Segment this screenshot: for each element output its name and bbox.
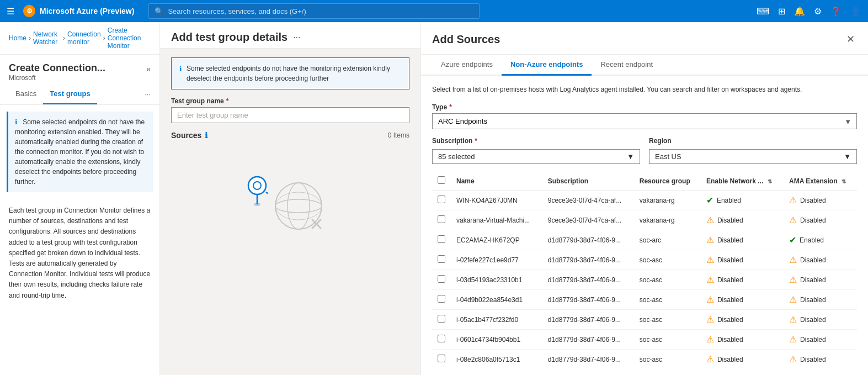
row-resource-group: soc-asc [634, 310, 701, 330]
row-checkbox-cell [432, 250, 451, 270]
enable-network-sort[interactable]: ⇅ [768, 178, 772, 184]
svg-point-9 [254, 203, 260, 206]
row-ama: ⚠ Disabled [784, 350, 857, 366]
tab-test-groups[interactable]: Test groups [43, 84, 97, 104]
row-ama: ✔ Enabled [784, 230, 857, 250]
col-ama-extension: AMA Extension ⇅ [784, 172, 857, 191]
row-resource-group: soc-asc [634, 250, 701, 270]
table-row: i-02fefe227c1ee9d77 d1d8779d-38d7-4f06-9… [432, 250, 857, 270]
table-row: i-05ac1b477cf232fd0 d1d8779d-38d7-4f06-9… [432, 310, 857, 330]
panel-title: Add Sources [432, 33, 500, 46]
row-checkbox-cell [432, 191, 451, 210]
ama-extension-sort[interactable]: ⇅ [842, 178, 846, 184]
select-all-header [432, 172, 451, 191]
enable-check-icon: ✔ [706, 195, 713, 205]
cloud-shell-icon[interactable]: ⌨ [757, 6, 769, 17]
sources-info-icon[interactable]: ℹ [205, 131, 207, 140]
row-checkbox[interactable] [438, 315, 445, 323]
collapse-icon[interactable]: « [146, 65, 151, 73]
enable-warn-icon: ⚠ [706, 314, 714, 325]
add-sources-panel: Add Sources ✕ Azure endpoints Non-Azure … [421, 22, 868, 375]
center-more-icon[interactable]: ··· [293, 33, 300, 43]
table-head: Name Subscription Resource group Enable … [432, 172, 857, 191]
row-checkbox[interactable] [438, 335, 445, 342]
app-body: Home › Network Watcher › Connection moni… [0, 22, 868, 375]
row-ama: ⚠ Disabled [784, 210, 857, 230]
more-options-icon[interactable]: ··· [145, 84, 151, 104]
center-alert: ℹ Some selected endpoints do not have th… [171, 57, 409, 89]
col-name: Name [451, 172, 542, 191]
subscription-value: 85 selected [438, 152, 475, 161]
row-resource-group: vakarana-rg [634, 191, 701, 210]
subscription-select[interactable]: 85 selected ▼ [432, 149, 640, 164]
search-bar[interactable]: 🔍 Search resources, services, and docs (… [148, 3, 480, 19]
topbar-icons: ⌨ ⊞ 🔔 ⚙ ❓ 👤 [757, 6, 861, 17]
sidebar-info-box: ℹ Some selected endpoints do not have th… [7, 112, 153, 192]
row-checkbox[interactable] [438, 355, 445, 362]
panel-header: Add Sources ✕ [421, 22, 868, 55]
row-resource-group: soc-asc [634, 330, 701, 350]
row-checkbox[interactable] [438, 235, 445, 243]
breadcrumb-create[interactable]: Create Connection Monitor [108, 27, 151, 50]
endpoints-table: Name Subscription Resource group Enable … [432, 172, 857, 365]
table-row: EC2AMAZ-HK672QP d1d8779d-38d7-4f06-9... … [432, 230, 857, 250]
svg-point-3 [275, 192, 322, 220]
menu-icon[interactable]: ☰ [7, 6, 14, 17]
search-placeholder: Search resources, services, and docs (G+… [168, 7, 306, 15]
tab-recent-endpoint[interactable]: Recent endpoint [592, 55, 662, 76]
row-checkbox-cell [432, 270, 451, 290]
breadcrumb-connection-monitor[interactable]: Connection monitor [67, 30, 101, 46]
ama-warn-icon: ⚠ [789, 215, 797, 225]
portal-icon[interactable]: ⊞ [778, 6, 785, 17]
row-checkbox[interactable] [438, 215, 445, 223]
breadcrumb-home[interactable]: Home [9, 34, 26, 42]
row-subscription: d1d8779d-38d7-4f06-9... [542, 350, 634, 366]
sidebar-subtitle: Microsoft [9, 74, 105, 82]
test-group-input[interactable] [171, 107, 409, 123]
table-row: i-0601c4734fb904bb1 d1d8779d-38d7-4f06-9… [432, 330, 857, 350]
table-header-row: Name Subscription Resource group Enable … [432, 172, 857, 191]
sidebar-info-text: Some selected endpoints do not have the … [15, 118, 145, 186]
help-icon[interactable]: ❓ [830, 6, 842, 17]
test-group-label: Test group name * [171, 97, 409, 105]
row-subscription: d1d8779d-38d7-4f06-9... [542, 310, 634, 330]
center-header: Add test group details ··· [160, 22, 420, 49]
row-name: i-03d54193ac23310b1 [451, 270, 542, 290]
row-subscription: d1d8779d-38d7-4f06-9... [542, 330, 634, 350]
select-all-checkbox[interactable] [438, 176, 445, 184]
subscription-label: Subscription * [432, 137, 640, 145]
close-button[interactable]: ✕ [844, 31, 857, 47]
row-ama: ⚠ Disabled [784, 330, 857, 350]
region-value: East US [655, 152, 681, 161]
row-checkbox[interactable] [438, 255, 445, 263]
svg-point-6 [248, 177, 266, 194]
row-checkbox-cell [432, 230, 451, 250]
notifications-icon[interactable]: 🔔 [794, 6, 805, 17]
row-checkbox[interactable] [438, 196, 445, 203]
row-checkbox[interactable] [438, 275, 445, 283]
breadcrumb-network-watcher[interactable]: Network Watcher [33, 30, 61, 46]
row-enable-network: ⚠ Disabled [701, 270, 784, 290]
type-select[interactable]: ARC Endpoints [432, 113, 857, 129]
tab-azure-endpoints[interactable]: Azure endpoints [432, 55, 502, 76]
ama-check-icon: ✔ [789, 235, 796, 245]
row-enable-network: ⚠ Disabled [701, 310, 784, 330]
tab-non-azure-endpoints[interactable]: Non-Azure endpoints [502, 55, 592, 76]
row-subscription: d1d8779d-38d7-4f06-9... [542, 290, 634, 310]
region-select[interactable]: East US ▼ [649, 149, 857, 164]
svg-point-1 [287, 183, 310, 229]
row-name: i-04d9b022ea854e3d1 [451, 290, 542, 310]
tab-basics[interactable]: Basics [9, 84, 43, 104]
row-subscription: 9cece3e3-0f7d-47ca-af... [542, 191, 634, 210]
settings-icon[interactable]: ⚙ [814, 6, 822, 17]
region-label: Region [649, 137, 857, 145]
table-row: i-08e2c806a0f5713c1 d1d8779d-38d7-4f06-9… [432, 350, 857, 366]
sidebar-title: Create Connection... [9, 62, 105, 74]
center-panel: Add test group details ··· ℹ Some select… [160, 22, 421, 375]
row-checkbox[interactable] [438, 295, 445, 303]
sidebar-header: Create Connection... Microsoft « [0, 55, 159, 84]
row-resource-group: soc-arc [634, 230, 701, 250]
row-ama: ⚠ Disabled [784, 191, 857, 210]
app-logo: ⚙ Microsoft Azure (Preview) [23, 5, 134, 17]
user-icon[interactable]: 👤 [850, 6, 861, 17]
